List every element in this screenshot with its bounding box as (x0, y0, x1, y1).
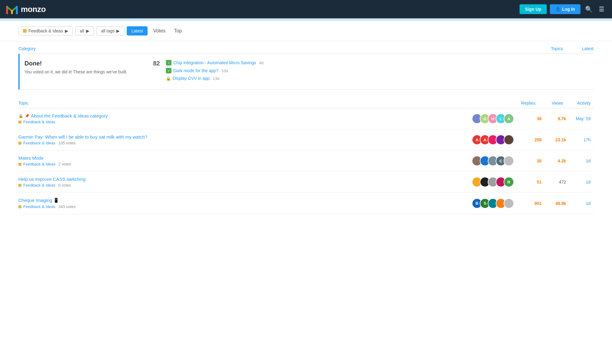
topic-row-right: C 30 4.2k 1d (472, 156, 594, 166)
activity-time: May '19 (569, 116, 594, 121)
topic-category[interactable]: Feedback & Ideas (23, 120, 55, 124)
topic-title[interactable]: Help us improve CASS switching (18, 176, 472, 182)
topic-rows-container: 🔒📌 About the Feedback & Ideas category F… (18, 108, 594, 214)
topic-row-right: GMLA 38 9.7k May '19 (472, 113, 594, 124)
done-card: Done! You voted on it, we did it! These … (18, 54, 594, 90)
done-count: 82 (147, 60, 166, 83)
done-topic-age-2: 13d (213, 76, 220, 81)
table-row: Help us improve CASS switching Feedback … (18, 172, 594, 193)
done-topic-2[interactable]: 🔒 Display CVV in app 13d (166, 76, 594, 81)
topic-category[interactable]: Feedback & Ideas (23, 183, 55, 188)
views-count: 4.2k (545, 158, 569, 163)
avatars: R (472, 177, 514, 187)
topic-category[interactable]: Feedback & Ideas (23, 162, 55, 166)
topic-title[interactable]: Garmin Pay: When will I be able to buy o… (18, 134, 472, 139)
avatars: GMLA (472, 113, 514, 124)
views-count: 23.1k (545, 137, 569, 142)
votes-tab[interactable]: Votes (150, 26, 168, 35)
search-icon[interactable]: 🔍 (584, 4, 594, 14)
done-topic-0[interactable]: ✓ Chip Integration - Automated Micro Sav… (166, 60, 594, 65)
avatar (504, 135, 514, 145)
table-row: Cheque Imaging 📱 Feedback & Ideas 343 vo… (18, 193, 594, 214)
category-table-header: Category Topics Latest (18, 41, 594, 54)
vote-count: 105 votes (57, 141, 76, 145)
replies-count: 51 (520, 180, 545, 184)
menu-icon[interactable]: ☰ (597, 4, 606, 14)
all-filter-button[interactable]: all ▶ (75, 26, 94, 35)
done-title: Done! (24, 60, 147, 67)
topic-row-right: AA 258 23.1k 17h (472, 135, 594, 145)
latest-col-header: Latest (575, 46, 594, 51)
topic-meta: Feedback & Ideas 343 votes (18, 204, 472, 209)
logo-text: monzo (21, 5, 46, 14)
category-badge-icon (18, 121, 21, 124)
header: monzo Sign Up 👤 Log In 🔍 ☰ (0, 0, 612, 18)
topic-meta: Feedback & Ideas 105 votes (18, 141, 472, 145)
check-icon-0: ✓ (166, 60, 171, 65)
topic-right-headers: Replies Views Activity (511, 101, 594, 106)
replies-count: 258 (520, 137, 545, 142)
avatar: A (504, 113, 514, 124)
avatars: AA (472, 135, 514, 145)
topic-title[interactable]: Mates Mode (18, 155, 472, 161)
topics-col-header: Topics (545, 46, 563, 51)
top-tab[interactable]: Top (171, 26, 185, 35)
topic-title[interactable]: Cheque Imaging 📱 (18, 198, 472, 203)
views-count: 9.7k (545, 116, 569, 121)
header-left: monzo (6, 3, 46, 15)
signup-button[interactable]: Sign Up (520, 4, 547, 14)
login-button[interactable]: 👤 Log In (550, 4, 580, 14)
done-description: You voted on it, we did it! These are th… (24, 69, 147, 74)
table-row: 🔒📌 About the Feedback & Ideas category F… (18, 108, 594, 129)
activity-time: 1d (569, 180, 594, 184)
done-info: Done! You voted on it, we did it! These … (24, 60, 147, 83)
replies-count: 38 (520, 116, 545, 121)
done-topic-1[interactable]: ✓ Dark mode for the app? 10d (166, 68, 594, 73)
check-icon-1: ✓ (166, 68, 171, 73)
topic-title[interactable]: 🔒📌 About the Feedback & Ideas category (18, 113, 472, 118)
category-badge-icon (18, 205, 21, 208)
category-dot-icon (23, 29, 27, 33)
topic-meta: Feedback & Ideas 2 votes (18, 162, 472, 166)
done-topic-title-0: Chip Integration - Automated Micro Savin… (173, 60, 256, 65)
views-count: 472 (545, 180, 569, 184)
topic-row-right: R 51 472 1d (472, 177, 594, 187)
activity-time: 1d (569, 158, 594, 163)
topic-category[interactable]: Feedback & Ideas (23, 141, 55, 145)
topic-row-left: Help us improve CASS switching Feedback … (18, 176, 472, 188)
activity-time: 1d (569, 201, 594, 206)
category-right-headers: Topics Latest (545, 46, 594, 51)
table-row: Garmin Pay: When will I be able to buy o… (18, 129, 594, 150)
latest-tab[interactable]: Latest (127, 26, 148, 35)
pin-icon: 📌 (25, 114, 29, 118)
topic-row-right: BS 951 48.9k 1d (472, 198, 594, 209)
chevron-right-icon: ▶ (65, 28, 68, 33)
replies-col-header: Replies (511, 101, 539, 106)
topic-meta: Feedback & Ideas (18, 120, 472, 124)
vote-count: 0 votes (57, 183, 71, 188)
lock-icon: 🔒 (18, 113, 23, 118)
filter-bar: Feedback & Ideas ▶ all ▶ all tags ▶ Late… (0, 21, 612, 41)
views-col-header: Views (539, 101, 566, 106)
views-count: 48.9k (545, 201, 569, 206)
chevron-right-icon-all: ▶ (86, 28, 89, 33)
done-topic-age-1: 10d (221, 69, 228, 73)
replies-count: 951 (520, 201, 545, 206)
category-filter-button[interactable]: Feedback & Ideas ▶ (18, 26, 73, 35)
activity-time: 17h (569, 137, 594, 142)
topic-row-left: Cheque Imaging 📱 Feedback & Ideas 343 vo… (18, 198, 472, 209)
topic-list-header: Topic Replies Views Activity (18, 96, 594, 108)
lock-icon-2: 🔒 (166, 76, 171, 81)
replies-count: 30 (520, 158, 545, 163)
topic-category[interactable]: Feedback & Ideas (23, 204, 55, 209)
done-topic-age-0: 4d (259, 61, 263, 65)
vote-count: 343 votes (57, 204, 76, 209)
done-topic-title-2: Display CVV in app (173, 76, 210, 81)
topic-row-left: Garmin Pay: When will I be able to buy o… (18, 134, 472, 145)
topic-row-left: Mates Mode Feedback & Ideas 2 votes (18, 155, 472, 166)
monzo-logo-icon[interactable] (6, 3, 18, 15)
all-tags-filter-button[interactable]: all tags ▶ (96, 26, 124, 35)
activity-col-header: Activity (566, 101, 594, 106)
category-badge-icon (18, 163, 21, 166)
topic-col-header: Topic (18, 101, 511, 106)
